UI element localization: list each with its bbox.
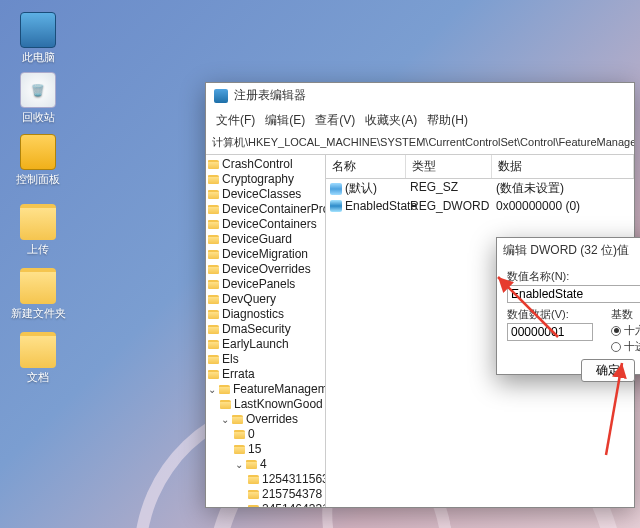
- menu-help[interactable]: 帮助(H): [423, 110, 472, 131]
- folder-icon: [246, 460, 257, 469]
- tree-collapse-icon[interactable]: ⌄: [234, 457, 243, 472]
- desktop-icon-folder[interactable]: 文档: [10, 332, 66, 385]
- folder-icon: [208, 280, 219, 289]
- radio-hex[interactable]: 十六进制(H): [611, 323, 640, 338]
- desktop-icon-label: 上传: [10, 242, 66, 257]
- regedit-window: 注册表编辑器 文件(F) 编辑(E) 查看(V) 收藏夹(A) 帮助(H) 计算…: [205, 82, 635, 508]
- value-data-label: 数值数据(V):: [507, 307, 593, 322]
- regedit-icon: [214, 89, 228, 103]
- tree-item[interactable]: EarlyLaunch: [206, 337, 325, 352]
- tree-item[interactable]: DmaSecurity: [206, 322, 325, 337]
- tree-item[interactable]: Diagnostics: [206, 307, 325, 322]
- desktop-icon-label: 新建文件夹: [10, 306, 66, 321]
- folder-icon: [234, 445, 245, 454]
- tree-item[interactable]: DevicePanels: [206, 277, 325, 292]
- folder-icon: [232, 415, 243, 424]
- folder-icon: [208, 265, 219, 274]
- folder-icon: [20, 268, 56, 304]
- list-row[interactable]: (默认) REG_SZ (数值未设置): [326, 179, 634, 198]
- tree-item[interactable]: 15: [206, 442, 325, 457]
- menu-edit[interactable]: 编辑(E): [261, 110, 309, 131]
- tree-item[interactable]: 2451464331: [206, 502, 325, 507]
- menu-view[interactable]: 查看(V): [311, 110, 359, 131]
- folder-icon: [208, 160, 219, 169]
- folder-icon: [208, 325, 219, 334]
- tree-item[interactable]: DevQuery: [206, 292, 325, 307]
- tree-collapse-icon[interactable]: ⌄: [208, 382, 216, 397]
- monitor-icon: [20, 12, 56, 48]
- desktop-icon-folder[interactable]: 新建文件夹: [10, 268, 66, 321]
- tree-item[interactable]: DeviceMigration: [206, 247, 325, 262]
- desktop-icon-this-pc[interactable]: 此电脑: [10, 12, 66, 65]
- dword-value-icon: [330, 200, 342, 212]
- recycle-bin-icon: 🗑️: [20, 72, 56, 108]
- tree-item[interactable]: Cryptography: [206, 172, 325, 187]
- folder-icon: [208, 340, 219, 349]
- tree-item[interactable]: DeviceClasses: [206, 187, 325, 202]
- tree-item[interactable]: CrashControl: [206, 157, 325, 172]
- tree-item[interactable]: ⌄Overrides: [206, 412, 325, 427]
- tree-item[interactable]: DeviceGuard: [206, 232, 325, 247]
- control-panel-icon: [20, 134, 56, 170]
- desktop-icon-control-panel[interactable]: 控制面板: [10, 134, 66, 187]
- tree-item[interactable]: 215754378: [206, 487, 325, 502]
- desktop-icon-label: 回收站: [10, 110, 66, 125]
- string-value-icon: [330, 183, 342, 195]
- menubar: 文件(F) 编辑(E) 查看(V) 收藏夹(A) 帮助(H): [206, 108, 634, 133]
- folder-icon: [208, 205, 219, 214]
- list-row[interactable]: EnabledState REG_DWORD 0x00000000 (0): [326, 198, 634, 214]
- folder-icon: [220, 400, 231, 409]
- value-list[interactable]: 名称 类型 数据 (默认) REG_SZ (数值未设置) EnabledStat…: [326, 155, 634, 507]
- desktop-icon-label: 文档: [10, 370, 66, 385]
- col-type[interactable]: 类型: [406, 155, 492, 178]
- folder-icon: [208, 355, 219, 364]
- folder-icon: [248, 475, 259, 484]
- tree-collapse-icon[interactable]: ⌄: [220, 412, 229, 427]
- folder-icon: [208, 190, 219, 199]
- col-name[interactable]: 名称: [326, 155, 406, 178]
- desktop-icon-folder[interactable]: 上传: [10, 204, 66, 257]
- folder-icon: [208, 310, 219, 319]
- tree-item[interactable]: LastKnownGood: [206, 397, 325, 412]
- folder-icon: [208, 175, 219, 184]
- tree-item[interactable]: ⌄4: [206, 457, 325, 472]
- tree-item[interactable]: DeviceContainers: [206, 217, 325, 232]
- folder-icon: [208, 220, 219, 229]
- folder-icon: [219, 385, 230, 394]
- folder-icon: [20, 204, 56, 240]
- tree-item[interactable]: Errata: [206, 367, 325, 382]
- folder-icon: [248, 490, 259, 499]
- tree-item[interactable]: Els: [206, 352, 325, 367]
- dialog-title: 编辑 DWORD (32 位)值: [503, 242, 629, 259]
- folder-icon: [208, 235, 219, 244]
- base-label: 基数: [611, 307, 640, 322]
- value-name-input[interactable]: [507, 285, 640, 303]
- folder-icon: [208, 370, 219, 379]
- window-title: 注册表编辑器: [234, 87, 306, 104]
- window-titlebar[interactable]: 注册表编辑器: [206, 83, 634, 108]
- desktop-icon-label: 控制面板: [10, 172, 66, 187]
- col-data[interactable]: 数据: [492, 155, 634, 178]
- folder-icon: [234, 430, 245, 439]
- folder-icon: [208, 250, 219, 259]
- radio-icon: [611, 342, 621, 352]
- tree-item[interactable]: 1254311563: [206, 472, 325, 487]
- registry-tree[interactable]: CrashControl Cryptography DeviceClasses …: [206, 155, 326, 507]
- menu-file[interactable]: 文件(F): [212, 110, 259, 131]
- desktop-icon-recycle-bin[interactable]: 🗑️ 回收站: [10, 72, 66, 125]
- address-bar[interactable]: 计算机\HKEY_LOCAL_MACHINE\SYSTEM\CurrentCon…: [206, 133, 634, 155]
- value-name-label: 数值名称(N):: [507, 269, 640, 284]
- value-data-input[interactable]: [507, 323, 593, 341]
- radio-dec[interactable]: 十进制(D): [611, 339, 640, 354]
- folder-icon: [20, 332, 56, 368]
- tree-item[interactable]: 0: [206, 427, 325, 442]
- tree-item[interactable]: ⌄FeatureManagement: [206, 382, 325, 397]
- menu-fav[interactable]: 收藏夹(A): [361, 110, 421, 131]
- ok-button[interactable]: 确定: [581, 359, 635, 382]
- tree-item[interactable]: DeviceContainerPropertyUpda: [206, 202, 325, 217]
- edit-dword-dialog: 编辑 DWORD (32 位)值 × 数值名称(N): 数值数据(V): 基数 …: [496, 237, 640, 375]
- tree-item[interactable]: DeviceOverrides: [206, 262, 325, 277]
- radio-icon: [611, 326, 621, 336]
- dialog-titlebar[interactable]: 编辑 DWORD (32 位)值 ×: [497, 238, 640, 263]
- folder-icon: [248, 505, 259, 507]
